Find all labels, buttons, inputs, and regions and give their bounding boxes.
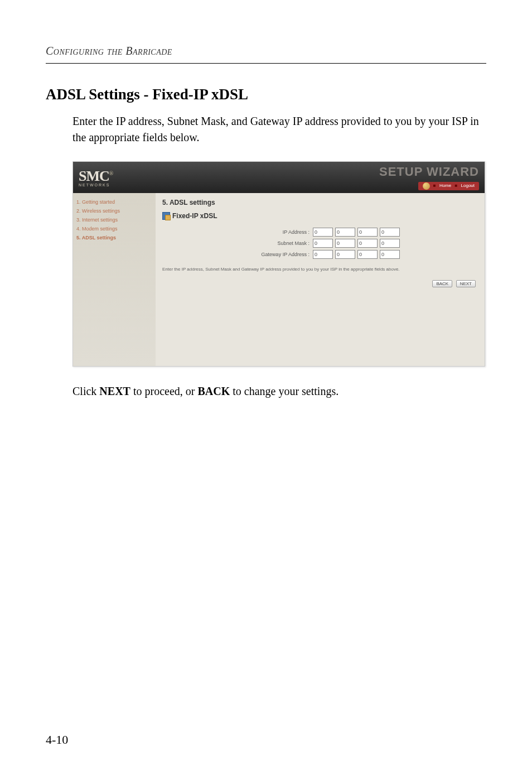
ip-octet-3[interactable]: 0 — [357, 228, 378, 237]
brand-logo: SMC® — [79, 168, 113, 185]
form-row-subnet: Subnet Mask : 0 0 0 0 — [257, 239, 478, 248]
label-subnet-mask: Subnet Mask : — [257, 240, 313, 246]
settings-icon — [162, 212, 170, 220]
gateway-octet-2[interactable]: 0 — [335, 250, 355, 259]
brand-subtitle: Networks — [79, 183, 113, 187]
step-title: 5. ADSL settings — [162, 199, 478, 206]
ip-octet-2[interactable]: 0 — [335, 228, 355, 237]
subnet-octet-3[interactable]: 0 — [357, 239, 378, 248]
wizard-main-panel: 5. ADSL settings Fixed-IP xDSL IP Addres… — [156, 193, 485, 366]
gateway-octet-1[interactable]: 0 — [313, 250, 333, 259]
sidebar-item-getting-started[interactable]: 1. Getting started — [76, 198, 152, 206]
form-row-gateway: Gateway IP Address : 0 0 0 0 — [257, 250, 478, 259]
top-nav-buttons[interactable]: ■ Home ■ Logout — [418, 182, 479, 190]
logout-link[interactable]: Logout — [461, 183, 475, 188]
home-link[interactable]: Home — [439, 183, 451, 188]
wizard-sidebar: 1. Getting started 2. Wireless settings … — [73, 193, 156, 366]
sidebar-item-internet[interactable]: 3. Internet settings — [76, 215, 152, 224]
subnet-octet-4[interactable]: 0 — [380, 239, 400, 248]
section-title: ADSL Settings - Fixed-IP xDSL — [46, 86, 486, 103]
globe-icon — [423, 182, 430, 190]
ip-form: IP Address : 0 0 0 0 Subnet Mask : 0 0 — [257, 228, 478, 259]
sidebar-item-adsl[interactable]: 5. ADSL settings — [76, 233, 152, 242]
sidebar-item-modem[interactable]: 4. Modem settings — [76, 224, 152, 233]
running-header: Configuring the Barricade — [46, 45, 486, 57]
outro-paragraph: Click NEXT to proceed, or BACK to change… — [72, 383, 486, 399]
form-row-ip: IP Address : 0 0 0 0 — [257, 228, 478, 237]
next-button[interactable]: NEXT — [456, 280, 476, 287]
label-ip-address: IP Address : — [257, 229, 313, 235]
page-number: 4-10 — [46, 733, 68, 747]
header-rule — [46, 63, 486, 64]
subnet-octet-2[interactable]: 0 — [335, 239, 355, 248]
ip-octet-1[interactable]: 0 — [313, 228, 333, 237]
screenshot-header: SMC® Networks SETUP WIZARD ■ Home ■ Logo… — [73, 162, 485, 193]
router-screenshot: SMC® Networks SETUP WIZARD ■ Home ■ Logo… — [72, 161, 485, 367]
label-gateway-ip: Gateway IP Address : — [257, 252, 313, 257]
step-subtitle: Fixed-IP xDSL — [162, 212, 478, 220]
sidebar-item-wireless[interactable]: 2. Wireless settings — [76, 206, 152, 215]
intro-paragraph: Enter the IP address, Subnet Mask, and G… — [72, 113, 486, 146]
ip-octet-4[interactable]: 0 — [380, 228, 400, 237]
wizard-title: SETUP WIZARD — [379, 165, 479, 179]
form-hint: Enter the IP address, Subnet Mask and Ga… — [162, 267, 478, 272]
back-button[interactable]: BACK — [432, 280, 452, 287]
gateway-octet-3[interactable]: 0 — [357, 250, 378, 259]
gateway-octet-4[interactable]: 0 — [380, 250, 400, 259]
subnet-octet-1[interactable]: 0 — [313, 239, 333, 248]
